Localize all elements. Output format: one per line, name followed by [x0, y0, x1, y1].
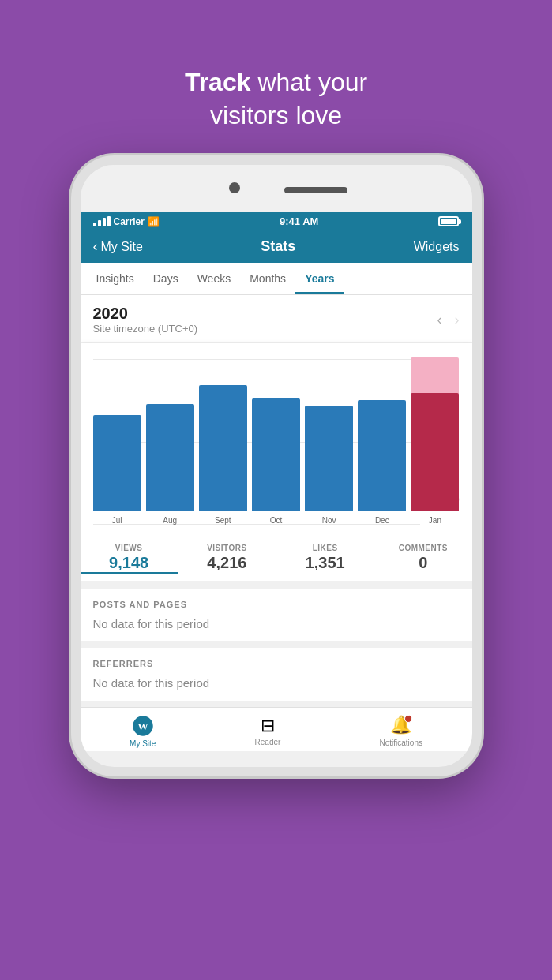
views-label: VIEWS: [81, 544, 178, 552]
status-time: 9:41 AM: [280, 215, 318, 227]
stat-visitors[interactable]: VISITORS 4,216: [178, 544, 276, 574]
likes-label: LIKES: [276, 544, 374, 552]
tab-years[interactable]: Years: [295, 263, 344, 294]
phone-frame: Carrier 📶 9:41 AM ‹ My Site Stats Widget…: [71, 155, 482, 776]
tab-days[interactable]: Days: [144, 263, 188, 294]
tabs-bar: Insights Days Weeks Months Years: [81, 263, 472, 295]
views-value: 9,148: [81, 554, 178, 572]
bar-jan: Jan: [411, 360, 459, 525]
phone-speaker: [284, 187, 347, 193]
status-bar: Carrier 📶 9:41 AM: [81, 212, 472, 230]
widgets-button[interactable]: Widgets: [414, 240, 460, 254]
bottom-tab-bar: W My Site ⊟ Reader 🔔 Notifications: [81, 707, 472, 751]
bar-jul: Jul: [93, 415, 141, 525]
hero-text1: what your: [257, 68, 367, 96]
prev-button[interactable]: ‹: [437, 312, 442, 328]
nav-bar: ‹ My Site Stats Widgets: [81, 230, 472, 263]
page-title: Stats: [261, 238, 295, 255]
chart-bars: Jul Aug Sept Oct: [93, 359, 460, 525]
phone-camera: [229, 182, 240, 193]
bar-dec: Dec: [358, 400, 406, 525]
stat-likes[interactable]: LIKES 1,351: [276, 544, 374, 574]
wifi-icon: 📶: [148, 216, 160, 227]
date-header: 2020 Site timezone (UTC+0) ‹ ›: [81, 295, 472, 343]
phone-notch: [81, 165, 472, 212]
bottom-tab-reader[interactable]: ⊟ Reader: [255, 716, 281, 746]
bar-aug-label: Aug: [163, 516, 177, 525]
back-chevron-icon: ‹: [93, 238, 98, 255]
visitors-label: VISITORS: [178, 544, 276, 552]
tab-insights[interactable]: Insights: [87, 263, 144, 294]
status-right: [438, 216, 459, 226]
stat-views[interactable]: VIEWS 9,148: [81, 544, 178, 574]
reader-tab-label: Reader: [255, 738, 281, 746]
bottom-tab-notifications[interactable]: 🔔 Notifications: [379, 715, 422, 747]
stats-row: VIEWS 9,148 VISITORS 4,216 LIKES 1,351 C…: [81, 533, 472, 582]
back-label: My Site: [101, 240, 143, 254]
bar-sept: Sept: [199, 385, 247, 525]
carrier-label: Carrier: [114, 216, 145, 227]
date-info: 2020 Site timezone (UTC+0): [93, 305, 198, 335]
mysite-tab-label: My Site: [130, 739, 156, 748]
bar-nov: Nov: [305, 406, 353, 525]
posts-section-title: POSTS AND PAGES: [93, 600, 460, 609]
signal-icon: [93, 216, 111, 226]
bottom-tab-mysite[interactable]: W My Site: [130, 714, 156, 748]
year-label: 2020: [93, 305, 198, 323]
chart-container: Jul Aug Sept Oct: [81, 343, 472, 533]
notifications-icon-wrap: 🔔: [390, 715, 412, 737]
notification-badge: [404, 715, 412, 723]
bar-oct-label: Oct: [270, 516, 283, 525]
stat-comments[interactable]: COMMENTS 0: [374, 544, 471, 574]
comments-value: 0: [374, 554, 471, 572]
visitors-value: 4,216: [178, 554, 276, 572]
bar-aug: Aug: [146, 404, 194, 525]
bar-oct: Oct: [252, 398, 300, 525]
battery-icon: [438, 216, 459, 226]
referrers-section-title: REFERRERS: [93, 659, 460, 668]
status-left: Carrier 📶: [93, 216, 160, 227]
tab-months[interactable]: Months: [240, 263, 295, 294]
hero-section: Track what your visitors love: [185, 35, 367, 132]
referrers-section: REFERRERS No data for this period: [81, 648, 472, 701]
wordpress-icon: W: [131, 714, 155, 738]
next-button[interactable]: ›: [455, 312, 460, 328]
likes-value: 1,351: [276, 554, 374, 572]
tab-weeks[interactable]: Weeks: [188, 263, 241, 294]
referrers-empty-msg: No data for this period: [93, 676, 460, 690]
bar-sept-label: Sept: [215, 516, 231, 525]
reader-icon: ⊟: [261, 716, 275, 736]
hero-text2: visitors love: [210, 101, 342, 129]
bar-nov-label: Nov: [322, 516, 336, 525]
timezone-label: Site timezone (UTC+0): [93, 323, 198, 335]
bar-jan-label: Jan: [429, 516, 441, 525]
posts-empty-msg: No data for this period: [93, 617, 460, 630]
posts-section: POSTS AND PAGES No data for this period: [81, 589, 472, 641]
date-navigation: ‹ ›: [437, 312, 460, 328]
bar-jul-label: Jul: [112, 516, 122, 525]
svg-text:W: W: [137, 720, 148, 732]
hero-bold: Track: [185, 68, 251, 96]
notifications-tab-label: Notifications: [379, 739, 422, 747]
comments-label: COMMENTS: [374, 544, 471, 552]
chart-area: Jul Aug Sept Oct: [93, 359, 460, 525]
bar-dec-label: Dec: [375, 516, 389, 525]
back-button[interactable]: ‹ My Site: [93, 238, 143, 255]
